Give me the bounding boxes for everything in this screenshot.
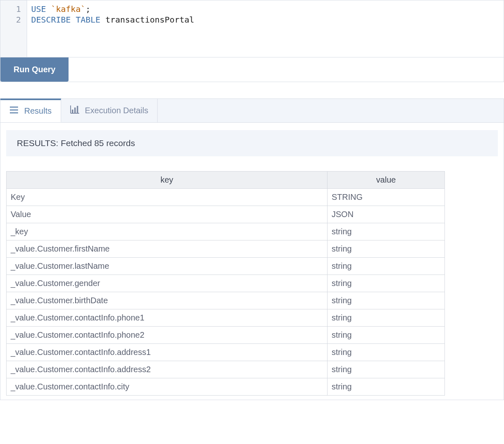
cell-key: _value.Customer.gender <box>7 275 328 292</box>
list-icon <box>9 106 18 116</box>
cell-value: string <box>328 309 445 327</box>
tab-execution-details-label: Execution Details <box>85 106 149 115</box>
cell-value: string <box>328 258 445 275</box>
cell-key: _value.Customer.contactInfo.phone1 <box>7 309 328 327</box>
table-row: _value.Customer.birthDatestring <box>7 292 445 309</box>
line-number: 2 <box>0 14 27 25</box>
table-row: _value.Customer.lastNamestring <box>7 258 445 275</box>
cell-key: _value.Customer.contactInfo.city <box>7 378 328 396</box>
tab-results-label: Results <box>24 106 52 116</box>
cell-key: _value.Customer.contactInfo.address1 <box>7 344 328 361</box>
editor-toolbar: Run Query <box>0 57 504 82</box>
table-row: _value.Customer.genderstring <box>7 275 445 292</box>
cell-key: _value.Customer.birthDate <box>7 292 328 309</box>
table-row: KeySTRING <box>7 189 445 206</box>
cell-key: Key <box>7 189 328 206</box>
code-line[interactable]: USE `kafka`; <box>31 4 499 14</box>
cell-value: string <box>328 292 445 309</box>
editor-code[interactable]: USE `kafka`;DESCRIBE TABLE transactionsP… <box>27 0 504 57</box>
tab-execution-details[interactable]: Execution Details <box>61 99 158 122</box>
cell-value: string <box>328 361 445 378</box>
cell-key: _value.Customer.lastName <box>7 258 328 275</box>
cell-value: string <box>328 275 445 292</box>
col-header-key: key <box>7 172 328 189</box>
run-query-button[interactable]: Run Query <box>0 57 69 82</box>
cell-value: string <box>328 240 445 258</box>
table-row: _value.Customer.contactInfo.citystring <box>7 378 445 396</box>
col-header-value: value <box>328 172 445 189</box>
results-table: key value KeySTRINGValueJSON_keystring_v… <box>6 171 445 396</box>
cell-value: string <box>328 223 445 240</box>
results-status: RESULTS: Fetched 85 records <box>6 130 498 156</box>
cell-value: JSON <box>328 206 445 223</box>
cell-key: _value.Customer.firstName <box>7 240 328 258</box>
svg-rect-7 <box>77 106 78 113</box>
table-header-row: key value <box>7 172 445 189</box>
table-row: _value.Customer.contactInfo.address2stri… <box>7 361 445 378</box>
cell-value: string <box>328 344 445 361</box>
cell-key: Value <box>7 206 328 223</box>
table-row: _value.Customer.contactInfo.phone2string <box>7 327 445 344</box>
line-number: 1 <box>0 4 27 14</box>
cell-key: _value.Customer.contactInfo.address2 <box>7 361 328 378</box>
cell-value: string <box>328 327 445 344</box>
cell-key: _key <box>7 223 328 240</box>
tab-results[interactable]: Results <box>0 98 61 122</box>
cell-value: STRING <box>328 189 445 206</box>
results-panel: RESULTS: Fetched 85 records key value Ke… <box>0 123 504 400</box>
table-row: ValueJSON <box>7 206 445 223</box>
cell-key: _value.Customer.contactInfo.phone2 <box>7 327 328 344</box>
cell-value: string <box>328 378 445 396</box>
sql-editor[interactable]: 12 USE `kafka`;DESCRIBE TABLE transactio… <box>0 0 504 57</box>
result-tabs: Results Execution Details <box>0 98 504 123</box>
table-row: _keystring <box>7 223 445 240</box>
table-row: _value.Customer.contactInfo.phone1string <box>7 309 445 327</box>
table-row: _value.Customer.firstNamestring <box>7 240 445 258</box>
code-line[interactable]: DESCRIBE TABLE transactionsPortal <box>31 14 499 25</box>
bar-chart-icon <box>70 105 79 116</box>
table-row: _value.Customer.contactInfo.address1stri… <box>7 344 445 361</box>
svg-rect-6 <box>74 108 76 113</box>
svg-rect-5 <box>72 110 73 113</box>
editor-gutter: 12 <box>0 0 27 57</box>
